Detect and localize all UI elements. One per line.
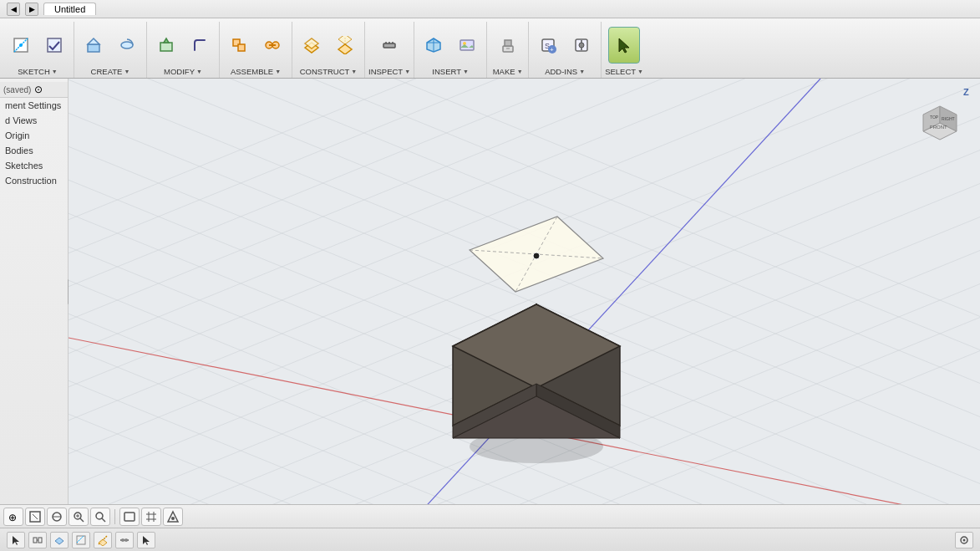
- toolbar-separator-1: [114, 509, 115, 524]
- midplane-button[interactable]: [329, 27, 361, 64]
- revolve-button[interactable]: [111, 27, 143, 64]
- sketches-item[interactable]: Sketches: [0, 158, 68, 173]
- pan-mode-btn[interactable]: ⊕: [3, 508, 23, 526]
- insert-mesh-button[interactable]: [418, 27, 449, 64]
- svg-rect-3: [48, 38, 61, 52]
- svg-line-118: [77, 536, 84, 543]
- measure-button[interactable]: [373, 27, 405, 64]
- construct-label[interactable]: CONSTRUCT ▼: [300, 67, 358, 78]
- toolbar-group-addins: S + ADD-INS ▼: [529, 22, 602, 78]
- viewport[interactable]: Z FRONT RIGHT TOP: [69, 79, 980, 504]
- joint-mode-btn[interactable]: [28, 532, 47, 548]
- svg-rect-4: [88, 44, 99, 52]
- display-mode-btn[interactable]: [119, 508, 140, 526]
- bottom-right-tools: [955, 532, 973, 548]
- create-label[interactable]: CREATE ▼: [91, 67, 130, 78]
- select-mode-btn[interactable]: [7, 532, 25, 548]
- document-settings-item[interactable]: ment Settings: [0, 98, 68, 113]
- svg-rect-7: [160, 43, 172, 51]
- addins-settings-button[interactable]: [566, 27, 597, 64]
- svg-rect-10: [238, 44, 245, 51]
- select-label[interactable]: SELECT ▼: [605, 67, 643, 78]
- svg-text:⊕: ⊕: [8, 512, 17, 523]
- svg-line-96: [33, 514, 38, 519]
- construction-btn[interactable]: [94, 532, 112, 548]
- svg-point-86: [533, 253, 540, 259]
- toolbar-group-insert: INSERT ▼: [414, 22, 487, 78]
- insert-label[interactable]: INSERT ▼: [432, 67, 469, 78]
- origin-item[interactable]: Origin: [0, 128, 68, 143]
- bottom-toolbar: ⊕: [0, 504, 980, 528]
- back-button[interactable]: ◀: [7, 3, 20, 16]
- toolbar-group-select: SELECT ▼: [602, 22, 647, 78]
- assemble-label[interactable]: ASSEMBLE ▼: [231, 67, 281, 78]
- panel-menu-btn[interactable]: ⊙: [34, 84, 43, 95]
- construction-item[interactable]: Construction: [0, 173, 68, 188]
- main-toolbar: SKETCH ▼ CREATE ▼: [0, 18, 980, 79]
- svg-rect-113: [33, 538, 37, 543]
- svg-rect-114: [38, 538, 42, 543]
- main-content: (saved) ⊙ ment Settings d Views Origin B…: [0, 79, 980, 504]
- left-panel: (saved) ⊙ ment Settings d Views Origin B…: [0, 79, 69, 504]
- sketch-label[interactable]: SKETCH ▼: [18, 67, 57, 78]
- svg-text:FRONT: FRONT: [930, 125, 947, 130]
- svg-marker-40: [619, 38, 629, 53]
- toolbar-group-sketch: SKETCH ▼: [2, 22, 74, 78]
- grid-toggle-btn[interactable]: [141, 508, 161, 526]
- joint-button[interactable]: [256, 27, 288, 64]
- orbit-btn[interactable]: [47, 508, 67, 526]
- forward-button[interactable]: ▶: [25, 3, 38, 16]
- svg-point-122: [121, 538, 124, 542]
- make-label[interactable]: MAKE ▼: [493, 67, 523, 78]
- svg-marker-112: [13, 536, 19, 545]
- offset-plane-button[interactable]: [296, 27, 328, 64]
- cursor-settings-btn[interactable]: [137, 532, 155, 548]
- svg-rect-30: [505, 40, 511, 46]
- svg-point-126: [963, 538, 966, 541]
- bodies-item[interactable]: Bodies: [0, 143, 68, 158]
- insert-image-button[interactable]: [451, 27, 483, 64]
- snap-toggle-btn[interactable]: [163, 508, 183, 526]
- viewcube[interactable]: Z FRONT RIGHT TOP: [906, 85, 973, 152]
- addins-label[interactable]: ADD-INS ▼: [545, 67, 585, 78]
- svg-line-104: [102, 518, 105, 522]
- finish-sketch-button[interactable]: [38, 27, 70, 64]
- inspect-label[interactable]: INSPECT ▼: [368, 67, 410, 78]
- svg-rect-105: [124, 513, 135, 521]
- svg-point-123: [124, 538, 128, 542]
- svg-marker-18: [338, 36, 352, 44]
- title-bar: ◀ ▶ Untitled: [0, 0, 980, 18]
- zoom-window-btn[interactable]: [90, 508, 110, 526]
- fillet-button[interactable]: [184, 27, 216, 64]
- svg-point-103: [96, 513, 103, 519]
- toolbar-group-inspect: INSPECT ▼: [365, 22, 414, 78]
- fit-window-btn[interactable]: [25, 508, 45, 526]
- svg-marker-8: [164, 38, 169, 43]
- new-component-button[interactable]: [223, 27, 255, 64]
- svg-marker-5: [88, 38, 99, 44]
- grid-settings-btn[interactable]: [955, 532, 973, 548]
- document-title: Untitled: [54, 4, 85, 14]
- named-views-item[interactable]: d Views: [0, 113, 68, 128]
- create-sketch-button[interactable]: [5, 27, 37, 64]
- toolbar-group-assemble: ASSEMBLE ▼: [220, 22, 292, 78]
- document-tab[interactable]: Untitled: [43, 3, 96, 15]
- bodies-btn[interactable]: [50, 532, 69, 548]
- modify-label[interactable]: MODIFY ▼: [164, 67, 202, 78]
- timeline-btn[interactable]: [115, 532, 134, 548]
- sketch-btn[interactable]: [72, 532, 90, 548]
- svg-marker-124: [143, 536, 150, 545]
- svg-text:TOP: TOP: [930, 115, 939, 120]
- svg-point-6: [121, 42, 133, 48]
- extrude-button[interactable]: [78, 27, 109, 64]
- 3d-print-button[interactable]: [492, 27, 524, 64]
- toolbar-group-make: MAKE ▼: [487, 22, 529, 78]
- viewport-grid: [69, 79, 980, 504]
- svg-point-2: [19, 43, 23, 47]
- svg-marker-120: [99, 539, 107, 546]
- scripts-button[interactable]: S +: [532, 27, 564, 64]
- svg-text:+: +: [550, 46, 554, 54]
- select-button[interactable]: [608, 27, 640, 64]
- zoom-btn[interactable]: [69, 508, 89, 526]
- press-pull-button[interactable]: [150, 27, 182, 64]
